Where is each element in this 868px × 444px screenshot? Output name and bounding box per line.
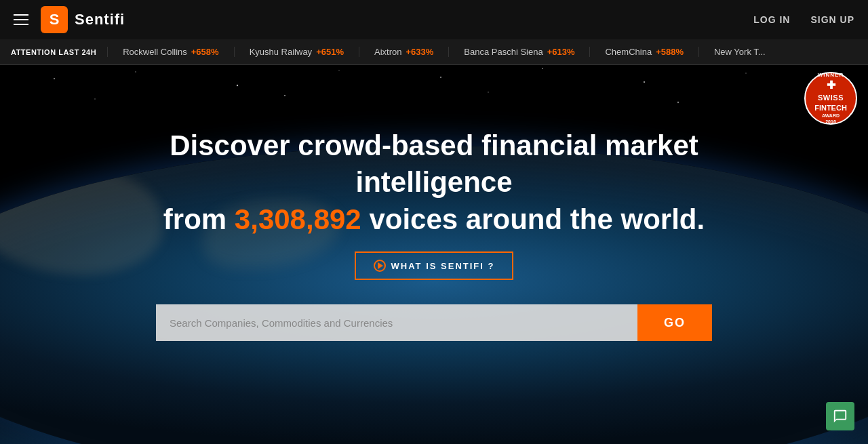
voices-count: 3,308,892 bbox=[235, 203, 361, 235]
ticker-percentage: +658% bbox=[191, 47, 219, 57]
hero-heading: Discover crowd-based financial market in… bbox=[129, 127, 739, 239]
ticker-company-name: Kyushu Railway bbox=[250, 47, 313, 57]
award-badge: WINNER ✚ SWISS FINTECH AWARD 2016 bbox=[804, 72, 857, 125]
award-winner-label: WINNER bbox=[818, 72, 844, 79]
attention-label: ATTENTION LAST 24H bbox=[0, 48, 107, 56]
go-button[interactable]: GO bbox=[637, 304, 712, 341]
ticker-percentage: +651% bbox=[316, 47, 344, 57]
ticker-item: Kyushu Railway+651% bbox=[234, 47, 359, 57]
svg-point-1 bbox=[135, 71, 136, 73]
logo-icon: S bbox=[41, 6, 68, 33]
svg-point-8 bbox=[94, 98, 95, 99]
ticker-company-name: Rockwell Collins bbox=[123, 47, 187, 57]
svg-point-10 bbox=[488, 92, 489, 93]
award-swiss-label: SWISS bbox=[818, 93, 844, 102]
search-input[interactable] bbox=[156, 304, 637, 341]
svg-point-7 bbox=[745, 73, 747, 74]
heading-part2: from bbox=[163, 203, 235, 235]
nav-right: LOG IN SIGN UP bbox=[753, 14, 854, 25]
ticker-item: Aixtron+633% bbox=[359, 47, 448, 57]
ticker-percentage: +588% bbox=[656, 47, 684, 57]
chat-icon bbox=[833, 409, 848, 424]
chat-button[interactable] bbox=[826, 402, 854, 430]
hamburger-button[interactable] bbox=[14, 14, 28, 25]
login-link[interactable]: LOG IN bbox=[753, 14, 790, 25]
ticker-bar: ATTENTION LAST 24H Rockwell Collins+658%… bbox=[0, 39, 868, 65]
award-label: AWARD bbox=[822, 113, 840, 119]
ticker-percentage: +633% bbox=[406, 47, 433, 57]
heading-part1: Discover crowd-based financial market in… bbox=[170, 129, 698, 199]
svg-point-4 bbox=[440, 77, 441, 78]
ticker-percentage: +613% bbox=[547, 47, 575, 57]
what-is-sentifi-button[interactable]: WHAT IS SENTIFI ? bbox=[355, 251, 514, 280]
award-cross: ✚ bbox=[827, 79, 835, 93]
award-year: 2016 bbox=[825, 119, 836, 125]
ticker-company-name: New York T... bbox=[714, 47, 766, 57]
ticker-item: New York T... bbox=[698, 47, 781, 57]
ticker-item: Banca Paschi Siena+613% bbox=[448, 47, 589, 57]
search-bar: GO bbox=[156, 304, 712, 341]
logo-letter: S bbox=[50, 11, 60, 28]
signup-link[interactable]: SIGN UP bbox=[810, 14, 854, 25]
ticker-item: ChemChina+588% bbox=[589, 47, 698, 57]
ticker-item: Rockwell Collins+658% bbox=[107, 47, 233, 57]
award-fintech-label: FINTECH bbox=[814, 103, 847, 113]
svg-point-6 bbox=[644, 81, 645, 83]
play-icon bbox=[374, 260, 386, 272]
svg-point-3 bbox=[338, 70, 339, 70]
navbar: S Sentifi LOG IN SIGN UP bbox=[0, 0, 868, 39]
logo-name: Sentifi bbox=[75, 11, 125, 28]
ticker-company-name: Banca Paschi Siena bbox=[464, 47, 542, 57]
svg-point-2 bbox=[237, 85, 238, 86]
hero-section: Discover crowd-based financial market in… bbox=[0, 65, 868, 444]
heading-part3: voices around the world. bbox=[361, 203, 705, 235]
svg-point-11 bbox=[677, 102, 679, 103]
what-is-label: WHAT IS SENTIFI ? bbox=[391, 261, 495, 271]
logo[interactable]: S Sentifi bbox=[41, 6, 125, 33]
ticker-company-name: ChemChina bbox=[605, 47, 652, 57]
ticker-company-name: Aixtron bbox=[374, 47, 401, 57]
svg-point-9 bbox=[284, 95, 285, 96]
ticker-items: Rockwell Collins+658%Kyushu Railway+651%… bbox=[107, 47, 868, 57]
svg-point-0 bbox=[54, 78, 55, 79]
svg-point-5 bbox=[542, 68, 543, 69]
hero-content: Discover crowd-based financial market in… bbox=[115, 127, 753, 342]
